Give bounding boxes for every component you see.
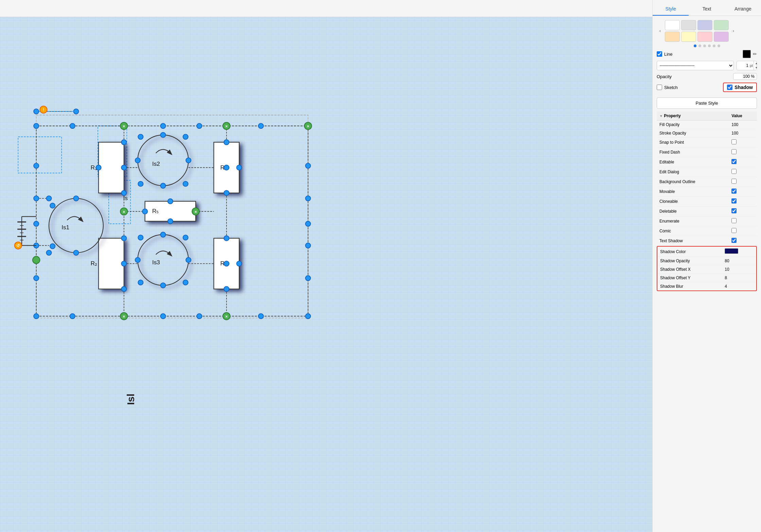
fixed-dash-checkbox[interactable] bbox=[731, 149, 737, 154]
svg-point-70 bbox=[121, 165, 126, 170]
enumerate-checkbox[interactable] bbox=[731, 218, 737, 223]
shadow-checkbox[interactable] bbox=[727, 85, 732, 90]
shadow-checkbox-group[interactable]: Shadow bbox=[723, 83, 757, 92]
prop-name: Edit Dialog bbox=[657, 167, 729, 177]
prop-name: Text Shadow bbox=[657, 236, 729, 246]
shadow-offset-x-value: 10 bbox=[722, 265, 756, 274]
svg-point-120 bbox=[192, 208, 199, 215]
svg-point-69 bbox=[96, 165, 101, 170]
editable-checkbox[interactable] bbox=[731, 159, 737, 164]
table-row: Cloneable bbox=[657, 197, 757, 207]
swatch-5[interactable] bbox=[681, 32, 696, 42]
sketch-checkbox-group: Sketch bbox=[657, 85, 678, 90]
svg-point-103 bbox=[47, 250, 52, 255]
svg-point-67 bbox=[121, 140, 126, 145]
cloneable-checkbox[interactable] bbox=[731, 198, 737, 203]
svg-text:×: × bbox=[194, 209, 197, 214]
pt-label: pt bbox=[749, 64, 754, 68]
pt-up-btn[interactable]: ▲ bbox=[754, 61, 759, 66]
prop-value bbox=[729, 236, 757, 246]
opacity-input[interactable] bbox=[733, 73, 757, 80]
comic-checkbox[interactable] bbox=[731, 228, 737, 233]
svg-text:Is2: Is2 bbox=[152, 161, 160, 167]
prop-name: Fixed Dash bbox=[657, 147, 729, 157]
svg-rect-0 bbox=[36, 115, 308, 318]
prop-name: Background Outline bbox=[657, 177, 729, 187]
svg-point-104 bbox=[74, 196, 79, 201]
dot-0[interactable] bbox=[694, 45, 696, 47]
shadow-properties-table: Shadow Color Shadow Opacity 80 Shadow Of… bbox=[657, 247, 756, 290]
tab-text[interactable]: Text bbox=[689, 3, 725, 16]
pt-down-btn[interactable]: ▼ bbox=[754, 66, 759, 70]
dot-2[interactable] bbox=[703, 45, 706, 47]
prop-value bbox=[729, 157, 757, 167]
shadow-offset-y-row: Shadow Offset Y 8 bbox=[657, 274, 756, 282]
line-color-box[interactable] bbox=[743, 50, 751, 58]
bg-outline-checkbox[interactable] bbox=[731, 179, 737, 184]
next-arrow[interactable]: › bbox=[730, 28, 737, 34]
table-row: Movable bbox=[657, 187, 757, 197]
swatch-6[interactable] bbox=[697, 32, 712, 42]
prev-arrow[interactable]: ‹ bbox=[657, 28, 663, 34]
svg-text:×: × bbox=[123, 314, 125, 319]
pt-value-input[interactable] bbox=[737, 63, 749, 68]
deletable-checkbox[interactable] bbox=[731, 208, 737, 213]
shadow-color-label: Shadow Color bbox=[657, 247, 722, 257]
svg-point-56 bbox=[305, 314, 311, 319]
dot-4[interactable] bbox=[713, 45, 715, 47]
dot-5[interactable] bbox=[718, 45, 720, 47]
movable-checkbox[interactable] bbox=[731, 189, 737, 194]
svg-point-48 bbox=[305, 123, 311, 128]
prop-value bbox=[729, 187, 757, 197]
swatch-0[interactable] bbox=[665, 20, 680, 30]
table-row: Deletable bbox=[657, 207, 757, 216]
line-edit-icon[interactable]: ✏ bbox=[753, 51, 757, 57]
prop-name: Movable bbox=[657, 187, 729, 197]
snap-point-checkbox[interactable] bbox=[731, 139, 737, 144]
svg-point-62 bbox=[305, 163, 311, 169]
svg-point-87 bbox=[186, 158, 191, 163]
swatches-grid bbox=[665, 20, 729, 42]
swatch-2[interactable] bbox=[697, 20, 712, 30]
swatch-3[interactable] bbox=[714, 20, 729, 30]
paste-style-button[interactable]: Paste Style bbox=[657, 97, 757, 109]
tab-style[interactable]: Style bbox=[653, 3, 689, 16]
shadow-offset-x-row: Shadow Offset X 10 bbox=[657, 265, 756, 274]
svg-rect-5 bbox=[99, 238, 124, 289]
swatch-7[interactable] bbox=[714, 32, 729, 42]
shadow-properties-section: Shadow Color Shadow Opacity 80 Shadow Of… bbox=[657, 246, 757, 291]
line-label: Line bbox=[664, 52, 673, 57]
swatch-4[interactable] bbox=[665, 32, 680, 42]
shadow-color-value[interactable] bbox=[722, 247, 756, 257]
dot-1[interactable] bbox=[698, 45, 701, 47]
text-shadow-checkbox[interactable] bbox=[731, 238, 737, 243]
svg-point-72 bbox=[121, 286, 126, 291]
line-checkbox[interactable] bbox=[657, 51, 662, 57]
svg-point-102 bbox=[47, 196, 52, 201]
canvas-area[interactable]: R₁ R₂ R₃ R₄ Is R₅ Is2 Is3 Is1 Isl bbox=[0, 0, 652, 532]
line-style-row: ──────────── - - - - - - - ·············… bbox=[657, 61, 757, 70]
svg-point-71 bbox=[121, 236, 126, 241]
prop-value bbox=[729, 177, 757, 187]
svg-text:↺: ↺ bbox=[16, 243, 20, 248]
svg-point-77 bbox=[237, 165, 242, 170]
svg-point-78 bbox=[224, 236, 229, 241]
svg-point-86 bbox=[135, 158, 140, 163]
color-swatches-section: ‹ › bbox=[657, 20, 757, 42]
svg-point-55 bbox=[259, 314, 264, 319]
swatch-1[interactable] bbox=[681, 20, 696, 30]
edit-dialog-checkbox[interactable] bbox=[731, 169, 737, 174]
dot-3[interactable] bbox=[708, 45, 711, 47]
sort-icon: ▼ bbox=[659, 114, 663, 118]
tab-arrange[interactable]: Arrange bbox=[725, 3, 761, 16]
sketch-checkbox[interactable] bbox=[657, 85, 662, 90]
panel-tabs: Style Text Arrange bbox=[653, 0, 761, 16]
shadow-opacity-row: Shadow Opacity 80 bbox=[657, 257, 756, 265]
shadow-color-swatch[interactable] bbox=[725, 248, 738, 254]
prop-name: Snap to Point bbox=[657, 138, 729, 147]
line-style-select[interactable]: ──────────── - - - - - - - ············· bbox=[657, 61, 734, 70]
svg-text:×: × bbox=[123, 124, 125, 129]
prop-name: Stroke Opacity bbox=[657, 129, 729, 138]
svg-rect-6 bbox=[214, 142, 239, 193]
table-row: Stroke Opacity 100 bbox=[657, 129, 757, 138]
